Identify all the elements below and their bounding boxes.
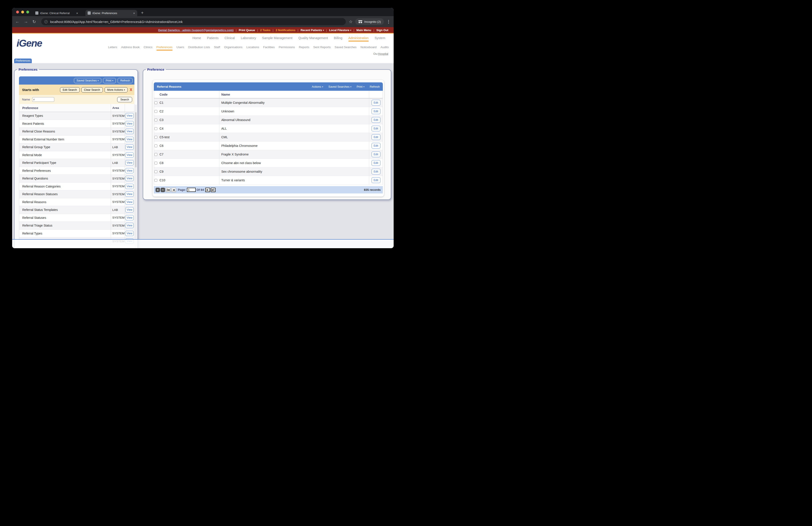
view-button[interactable]: View	[125, 168, 134, 173]
row-checkbox[interactable]	[155, 162, 157, 165]
edit-button[interactable]: Edit	[372, 126, 380, 131]
view-button[interactable]: View	[125, 113, 134, 118]
edit-button[interactable]: Edit	[372, 109, 380, 114]
primary-nav-item-sample-management[interactable]: Sample Management	[262, 36, 292, 40]
view-button[interactable]: View	[125, 129, 134, 134]
view-button[interactable]: View	[125, 176, 134, 181]
ou-hospital-link[interactable]: Hospital	[378, 52, 388, 55]
back-icon[interactable]: ←	[15, 19, 19, 24]
primary-nav-item-quality-management[interactable]: Quality Management	[298, 36, 328, 40]
edit-button[interactable]: Edit	[372, 169, 380, 174]
refresh-button[interactable]: Refresh	[118, 78, 133, 83]
remove-page-size-button[interactable]: −	[161, 188, 165, 192]
page-tab-preferences[interactable]: Preferences	[14, 58, 32, 63]
view-button[interactable]: View	[125, 160, 134, 166]
view-button[interactable]: View	[125, 215, 134, 221]
tab-close-icon[interactable]: ×	[76, 12, 78, 15]
secondary-nav-item-preferences[interactable]: Preferences	[157, 45, 173, 49]
secondary-nav-item-noticeboard[interactable]: Noticeboard	[361, 45, 377, 49]
tasks-link[interactable]: 2 Tasks	[260, 28, 271, 32]
bookmark-star-icon[interactable]: ☆	[349, 19, 352, 24]
tab-preferences[interactable]: iGene: Preferences ×	[85, 10, 137, 16]
card-menu-refresh[interactable]: Refresh	[369, 85, 380, 88]
view-button[interactable]: View	[125, 199, 134, 205]
card-menu-print[interactable]: Print▾	[357, 85, 364, 88]
edit-button[interactable]: Edit	[372, 100, 380, 105]
view-button[interactable]: View	[125, 207, 134, 212]
tab-close-icon[interactable]: ×	[133, 12, 135, 15]
edit-button[interactable]: Edit	[372, 160, 380, 166]
minimize-window-button[interactable]	[21, 11, 24, 13]
reload-icon[interactable]: ↻	[32, 19, 36, 24]
secondary-nav-item-address-book[interactable]: Address Book	[121, 45, 140, 49]
primary-nav-item-administration[interactable]: Administration	[348, 36, 369, 40]
primary-nav-item-patients[interactable]: Patients	[207, 36, 218, 40]
secondary-nav-item-audits[interactable]: Audits	[380, 45, 389, 49]
secondary-nav-item-facilities[interactable]: Facilities	[263, 45, 275, 49]
clear-search-button[interactable]: Clear Search	[82, 87, 103, 93]
more-actions-button[interactable]: More Actions▾	[105, 87, 128, 93]
view-button[interactable]: View	[125, 191, 134, 197]
row-checkbox[interactable]	[155, 144, 157, 147]
maximize-window-button[interactable]	[26, 11, 29, 13]
secondary-nav-item-organisations[interactable]: Organisations	[224, 45, 242, 49]
view-button[interactable]: View	[125, 144, 134, 150]
primary-nav-item-laboratory[interactable]: Laboratory	[241, 36, 256, 40]
row-checkbox[interactable]	[155, 170, 157, 173]
panel-scrollbar[interactable]	[135, 105, 137, 248]
close-search-icon[interactable]: X	[130, 88, 132, 92]
secondary-nav-item-distribution-lists[interactable]: Distribution Lists	[188, 45, 210, 49]
last-page-button[interactable]: ▶	[211, 188, 216, 192]
secondary-nav-item-permissions[interactable]: Permissions	[279, 45, 295, 49]
edit-button[interactable]: Edit	[372, 177, 380, 183]
row-checkbox[interactable]	[155, 136, 157, 139]
secondary-nav-item-letters[interactable]: Letters	[108, 45, 117, 49]
secondary-nav-item-staff[interactable]: Staff	[214, 45, 220, 49]
print-queue-link[interactable]: Print Queue	[239, 28, 255, 32]
row-checkbox[interactable]	[155, 153, 157, 156]
edit-search-button[interactable]: Edit Search	[60, 87, 79, 93]
saved-searches-button[interactable]: Saved Searches▾	[74, 78, 101, 83]
view-button[interactable]: View	[125, 184, 134, 189]
secondary-nav-item-sent-reports[interactable]: Sent Reports	[313, 45, 331, 49]
site-info-icon[interactable]: i	[44, 20, 48, 24]
row-checkbox[interactable]	[155, 127, 157, 130]
scrollbar-thumb[interactable]	[135, 112, 136, 167]
edit-button[interactable]: Edit	[372, 117, 380, 123]
page-number-input[interactable]	[187, 188, 196, 192]
row-checkbox[interactable]	[155, 118, 157, 122]
notifications-link[interactable]: 2 Notifications	[276, 28, 295, 32]
search-button[interactable]: Search	[117, 97, 132, 102]
edit-button[interactable]: Edit	[372, 143, 380, 148]
account-link[interactable]: Genial Genetics - admin (support@genialg…	[158, 28, 233, 32]
view-button[interactable]: View	[125, 223, 134, 228]
secondary-nav-item-saved-searches[interactable]: Saved Searches	[335, 45, 357, 49]
edit-button[interactable]: Edit	[372, 134, 380, 140]
local-filestore-menu[interactable]: Local Filestore▾	[329, 28, 351, 32]
add-page-size-button[interactable]: +	[156, 188, 160, 192]
primary-nav-item-billing[interactable]: Billing	[334, 36, 343, 40]
recent-patients-menu[interactable]: Recent Patients▾	[301, 28, 324, 32]
browser-menu-icon[interactable]: ⋮	[387, 19, 391, 24]
row-checkbox[interactable]	[155, 101, 157, 104]
primary-nav-item-home[interactable]: Home	[192, 36, 201, 40]
view-button[interactable]: View	[125, 137, 134, 142]
card-menu-actions[interactable]: Actions▾	[312, 85, 323, 88]
new-tab-button[interactable]: +	[141, 10, 144, 15]
previous-page-button[interactable]: ◀	[171, 188, 176, 192]
edit-button[interactable]: Edit	[372, 152, 380, 157]
address-bar[interactable]: i localhost:8080/App/App.html?locale=en_…	[41, 18, 346, 25]
close-window-button[interactable]	[16, 11, 19, 13]
view-button[interactable]: View	[125, 121, 134, 126]
main-menu-link[interactable]: Main Menu	[356, 28, 371, 32]
secondary-nav-item-locations[interactable]: Locations	[246, 45, 259, 49]
secondary-nav-item-clinics[interactable]: Clinics	[144, 45, 153, 49]
primary-nav-item-system[interactable]: System	[375, 36, 385, 40]
next-page-button[interactable]: ▶	[205, 188, 210, 192]
sign-out-link[interactable]: Sign Out	[376, 28, 388, 32]
secondary-nav-item-reports[interactable]: Reports	[299, 45, 309, 49]
card-menu-saved-searches[interactable]: Saved Searches▾	[328, 85, 351, 88]
row-checkbox[interactable]	[155, 110, 157, 113]
first-page-button[interactable]: ◀	[166, 188, 171, 192]
view-button[interactable]: View	[125, 231, 134, 236]
